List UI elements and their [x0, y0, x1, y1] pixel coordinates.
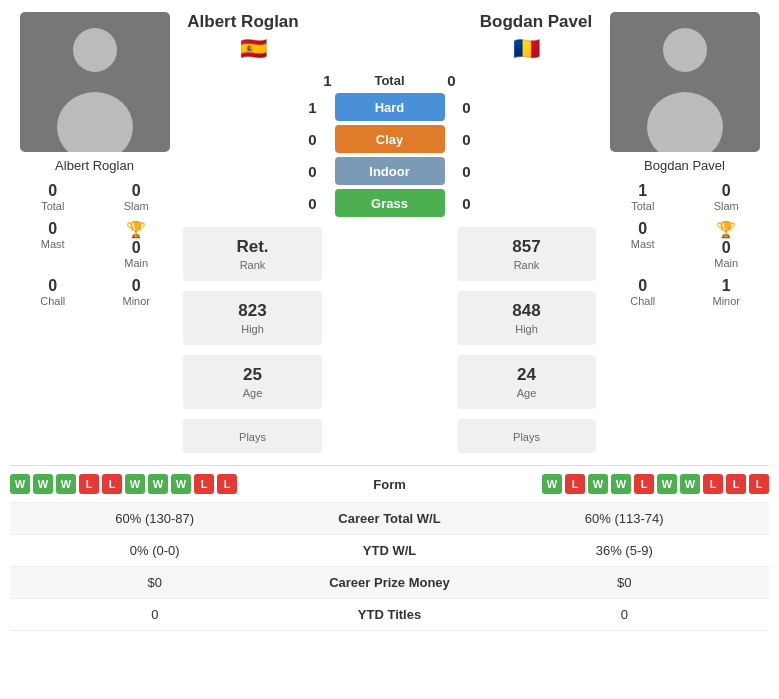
stat-row: 60% (130-87) Career Total W/L 60% (113-7… — [10, 503, 769, 535]
left-flag: 🇪🇸 — [193, 36, 313, 62]
stat-center-label: YTD W/L — [300, 543, 480, 558]
right-hard-score: 0 — [455, 99, 479, 116]
right-plays-lbl: Plays — [465, 431, 588, 443]
right-stats-grid: 1 Total 0 Slam 0 Mast 🏆 0 Main 0 — [602, 179, 767, 310]
right-mast-cell: 0 Mast — [602, 217, 684, 272]
right-total-cell: 1 Total — [602, 179, 684, 215]
stat-row: $0 Career Prize Money $0 — [10, 567, 769, 599]
right-chall-cell: 0 Chall — [602, 274, 684, 310]
left-rank-lbl: Rank — [191, 259, 314, 271]
left-minor-cell: 0 Minor — [96, 274, 178, 310]
right-total-val: 1 — [605, 182, 681, 200]
form-badge: W — [148, 474, 168, 494]
stat-left-val: 60% (130-87) — [10, 511, 300, 526]
stat-center-label: Career Prize Money — [300, 575, 480, 590]
left-player-area: Albert Roglan 0 Total 0 Slam 0 Mast 🏆 0 — [12, 12, 177, 453]
left-rank-block: Ret. Rank — [183, 227, 322, 281]
right-chall-lbl: Chall — [605, 295, 681, 307]
left-slam-val: 0 — [99, 182, 175, 200]
left-main-lbl: Main — [124, 257, 148, 269]
left-minor-val: 0 — [99, 277, 175, 295]
left-clay-score: 0 — [301, 131, 325, 148]
grass-score-line: 0 Grass 0 — [183, 189, 596, 217]
form-badge: W — [588, 474, 608, 494]
left-plays-block: Plays — [183, 419, 322, 453]
right-slam-val: 0 — [689, 182, 765, 200]
right-player-name: Bogdan Pavel — [644, 158, 725, 173]
right-age-val: 24 — [465, 365, 588, 385]
svg-point-0 — [73, 28, 117, 72]
hard-button[interactable]: Hard — [335, 93, 445, 121]
middle-area: Albert Roglan Bogdan Pavel 🇪🇸 🇷🇴 1 Total… — [183, 12, 596, 453]
left-indoor-score: 0 — [301, 163, 325, 180]
right-plays-block: Plays — [457, 419, 596, 453]
right-high-lbl: High — [465, 323, 588, 335]
right-high-block: 848 High — [457, 291, 596, 345]
right-minor-lbl: Minor — [689, 295, 765, 307]
left-player-photo — [20, 12, 170, 152]
form-badge: L — [102, 474, 122, 494]
form-badge: W — [125, 474, 145, 494]
left-slam-lbl: Slam — [99, 200, 175, 212]
form-badge: L — [726, 474, 746, 494]
left-age-lbl: Age — [191, 387, 314, 399]
form-badge: W — [171, 474, 191, 494]
right-clay-score: 0 — [455, 131, 479, 148]
top-section: Albert Roglan 0 Total 0 Slam 0 Mast 🏆 0 — [0, 0, 779, 465]
right-slam-lbl: Slam — [689, 200, 765, 212]
form-label: Form — [330, 477, 450, 492]
stat-row: 0% (0-0) YTD W/L 36% (5-9) — [10, 535, 769, 567]
form-badge: L — [194, 474, 214, 494]
right-mast-lbl: Mast — [605, 238, 681, 250]
right-player-photo — [610, 12, 760, 152]
left-trophy-main: 🏆 0 Main — [96, 217, 178, 272]
form-badge: L — [79, 474, 99, 494]
grass-button[interactable]: Grass — [335, 189, 445, 217]
right-grass-score: 0 — [455, 195, 479, 212]
flags-row: 🇪🇸 🇷🇴 — [183, 36, 596, 62]
right-high-val: 848 — [465, 301, 588, 321]
right-trophy-main: 🏆 0 Main — [686, 217, 768, 272]
stat-left-val: 0 — [10, 607, 300, 622]
indoor-score-line: 0 Indoor 0 — [183, 157, 596, 185]
left-total-cell: 0 Total — [12, 179, 94, 215]
svg-point-3 — [647, 92, 723, 152]
right-mast-val: 0 — [605, 220, 681, 238]
plays-blocks-row: Plays Plays — [183, 419, 596, 453]
left-plays-lbl: Plays — [191, 431, 314, 443]
right-chall-val: 0 — [605, 277, 681, 295]
info-blocks-row: Ret. Rank 857 Rank — [183, 227, 596, 281]
form-badge: W — [33, 474, 53, 494]
left-total-score: 1 — [316, 72, 340, 89]
right-rank-block: 857 Rank — [457, 227, 596, 281]
right-minor-val: 1 — [689, 277, 765, 295]
right-rank-lbl: Rank — [465, 259, 588, 271]
right-minor-cell: 1 Minor — [686, 274, 768, 310]
total-score-line: 1 Total 0 — [183, 72, 596, 89]
left-minor-lbl: Minor — [99, 295, 175, 307]
form-badge: L — [217, 474, 237, 494]
bottom-section: WWWLLWWWLL Form WLWWLWWLLL 60% (130-87) … — [10, 465, 769, 631]
indoor-button[interactable]: Indoor — [335, 157, 445, 185]
clay-button[interactable]: Clay — [335, 125, 445, 153]
form-badge: W — [680, 474, 700, 494]
left-chall-cell: 0 Chall — [12, 274, 94, 310]
left-mast-cell: 0 Mast — [12, 217, 94, 272]
right-trophy-icon: 🏆 — [716, 220, 736, 239]
left-slam-cell: 0 Slam — [96, 179, 178, 215]
left-mast-val: 0 — [15, 220, 91, 238]
right-age-lbl: Age — [465, 387, 588, 399]
score-section: 1 Total 0 1 Hard 0 0 Clay 0 0 — [183, 72, 596, 217]
left-rank-val: Ret. — [191, 237, 314, 257]
form-badge: W — [56, 474, 76, 494]
form-badge: L — [634, 474, 654, 494]
left-mast-lbl: Mast — [15, 238, 91, 250]
stat-right-val: 0 — [480, 607, 770, 622]
right-age-block: 24 Age — [457, 355, 596, 409]
hard-score-line: 1 Hard 0 — [183, 93, 596, 121]
stat-right-val: 36% (5-9) — [480, 543, 770, 558]
right-main-val: 0 — [722, 239, 731, 257]
right-form-badges: WLWWLWWLLL — [450, 474, 770, 494]
stat-row: 0 YTD Titles 0 — [10, 599, 769, 631]
form-badge: W — [10, 474, 30, 494]
